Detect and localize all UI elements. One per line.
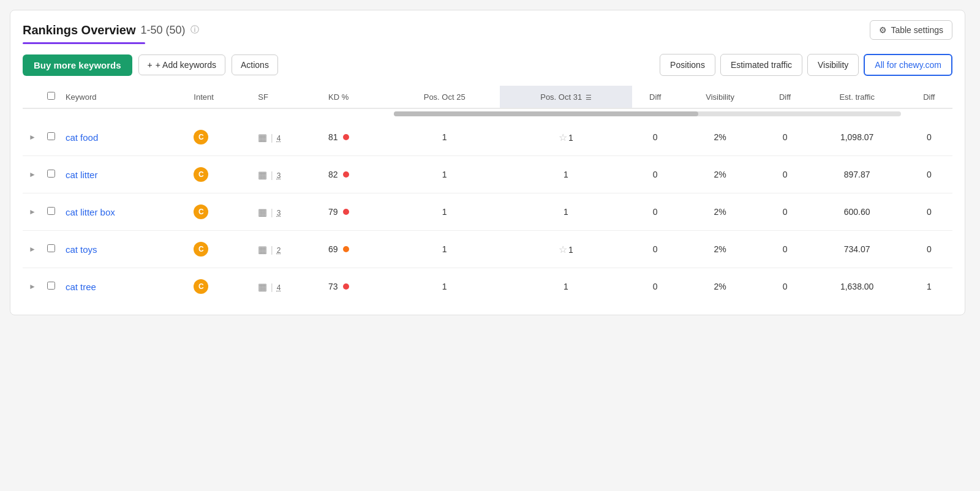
info-icon[interactable]: ⓘ <box>190 24 199 36</box>
add-keywords-button[interactable]: + + Add keywords <box>138 54 225 75</box>
keyword-link[interactable]: cat litter <box>66 170 98 180</box>
sf-image-icon: ▦ <box>258 170 267 180</box>
sf-cell: ▦ | 3 <box>253 193 323 231</box>
kd-difficulty-dot <box>343 134 349 140</box>
est-traffic-cell: 1,638.00 <box>809 268 906 305</box>
star-icon: ☆ <box>559 132 567 143</box>
expand-cell: ► <box>23 193 42 231</box>
tab-estimated-traffic[interactable]: Estimated traffic <box>720 54 802 76</box>
est-traffic-cell: 600.60 <box>809 193 906 231</box>
kd-value: 73 <box>328 282 338 291</box>
toolbar: Buy more keywords + + Add keywords Actio… <box>23 54 952 76</box>
keyword-link[interactable]: cat litter box <box>66 207 115 217</box>
vis-diff-cell: 0 <box>761 156 808 193</box>
pos-oct31-cell: 1 <box>500 193 631 231</box>
kd-cell: 81 <box>323 119 389 156</box>
row-checkbox[interactable] <box>47 207 55 215</box>
est-diff-cell: 0 <box>906 119 952 156</box>
visibility-cell: 2% <box>679 193 762 231</box>
kd-value: 79 <box>328 207 338 217</box>
col-est-traffic: Est. traffic <box>809 86 906 108</box>
intent-badge: C <box>194 279 208 294</box>
est-traffic-cell: 734.07 <box>809 231 906 268</box>
col-est-diff: Diff <box>906 86 952 108</box>
expand-button[interactable]: ► <box>28 281 37 292</box>
row-checkbox[interactable] <box>47 282 55 290</box>
table-row: ► cat litter C ▦ | 3 82 1 1 0 2% 0 897.8… <box>23 156 952 193</box>
scroll-bar[interactable] <box>394 111 901 116</box>
select-all-checkbox[interactable] <box>47 92 55 100</box>
scroll-bar-thumb <box>394 111 698 116</box>
tabs-group: Positions Estimated traffic Visibility A… <box>660 54 952 76</box>
page-title: Rankings Overview <box>23 23 136 37</box>
kd-difficulty-dot <box>343 283 349 290</box>
table-row: ► cat food C ▦ | 4 81 1 ☆1 0 2% 0 1,098.… <box>23 119 952 156</box>
add-keywords-label: + Add keywords <box>156 60 216 70</box>
vis-diff-cell: 0 <box>761 231 808 268</box>
star-icon: ☆ <box>559 244 567 255</box>
sf-image-icon: ▦ <box>258 132 267 143</box>
checkbox-cell <box>42 193 61 231</box>
kd-value: 82 <box>328 170 338 179</box>
keyword-link[interactable]: cat tree <box>66 282 96 292</box>
vis-diff-cell: 0 <box>761 119 808 156</box>
keyword-cell: cat litter box <box>61 193 189 231</box>
kd-value: 81 <box>328 132 338 142</box>
kd-difficulty-dot <box>343 209 349 215</box>
expand-button[interactable]: ► <box>28 169 37 180</box>
intent-cell: C <box>189 231 253 268</box>
kd-cell: 69 <box>323 231 389 268</box>
sf-image-icon: ▦ <box>258 244 267 255</box>
title-area: Rankings Overview 1-50 (50) ⓘ <box>23 23 199 37</box>
pos-oct31-cell: ☆1 <box>500 119 631 156</box>
keyword-link[interactable]: cat toys <box>66 244 97 255</box>
table-wrapper: Keyword Intent SF KD % Pos. Oct 25 Pos. … <box>23 86 952 305</box>
table-row: ► cat toys C ▦ | 2 69 1 ☆1 0 2% 0 734.07… <box>23 231 952 268</box>
col-expand <box>23 86 42 108</box>
row-checkbox[interactable] <box>47 132 55 140</box>
row-checkbox[interactable] <box>47 244 55 252</box>
intent-cell: C <box>189 156 253 193</box>
kd-value: 69 <box>328 244 338 254</box>
tab-positions[interactable]: Positions <box>660 54 715 76</box>
kd-cell: 73 <box>323 268 389 305</box>
vis-diff-cell: 0 <box>761 268 808 305</box>
sf-cell: ▦ | 3 <box>253 156 323 193</box>
col-intent: Intent <box>189 86 253 108</box>
sf-cell: ▦ | 2 <box>253 231 323 268</box>
expand-button[interactable]: ► <box>28 244 37 255</box>
buy-keywords-button[interactable]: Buy more keywords <box>23 54 132 76</box>
tab-visibility[interactable]: Visibility <box>807 54 859 76</box>
keyword-link[interactable]: cat food <box>66 132 98 143</box>
sf-number: 3 <box>277 209 281 217</box>
intent-badge: C <box>194 204 208 219</box>
kd-difficulty-dot <box>343 171 349 178</box>
keyword-cell: cat litter <box>61 156 189 193</box>
kd-cell: 79 <box>323 193 389 231</box>
sf-number: 4 <box>277 283 281 292</box>
visibility-cell: 2% <box>679 231 762 268</box>
title-underline <box>23 42 145 44</box>
expand-button[interactable]: ► <box>28 206 37 217</box>
col-checkbox <box>42 86 61 108</box>
header-row: Rankings Overview 1-50 (50) ⓘ ⚙ Table se… <box>23 20 952 40</box>
expand-cell: ► <box>23 119 42 156</box>
intent-cell: C <box>189 119 253 156</box>
col-diff-pos: Diff <box>632 86 679 108</box>
est-diff-cell: 0 <box>906 156 952 193</box>
sf-cell: ▦ | 4 <box>253 119 323 156</box>
col-pos-oct25: Pos. Oct 25 <box>389 86 500 108</box>
sf-number: 4 <box>277 134 281 143</box>
gear-icon: ⚙ <box>879 25 887 35</box>
keyword-cell: cat toys <box>61 231 189 268</box>
col-pos-oct31[interactable]: Pos. Oct 31 ☰ <box>500 86 631 108</box>
title-count: 1-50 (50) <box>141 24 186 37</box>
actions-button[interactable]: Actions <box>232 54 278 75</box>
table-settings-button[interactable]: ⚙ Table settings <box>870 20 952 40</box>
expand-button[interactable]: ► <box>28 132 37 143</box>
vis-diff-cell: 0 <box>761 193 808 231</box>
col-kd: KD % <box>323 86 389 108</box>
row-checkbox[interactable] <box>47 170 55 178</box>
sf-number: 2 <box>277 246 281 255</box>
tab-all-chewy[interactable]: All for chewy.com <box>864 54 952 76</box>
